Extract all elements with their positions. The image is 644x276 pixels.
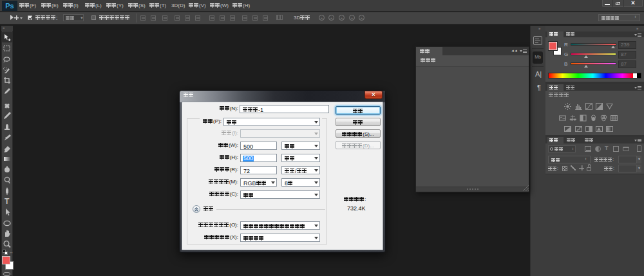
svg-text:T: T [5,197,10,205]
